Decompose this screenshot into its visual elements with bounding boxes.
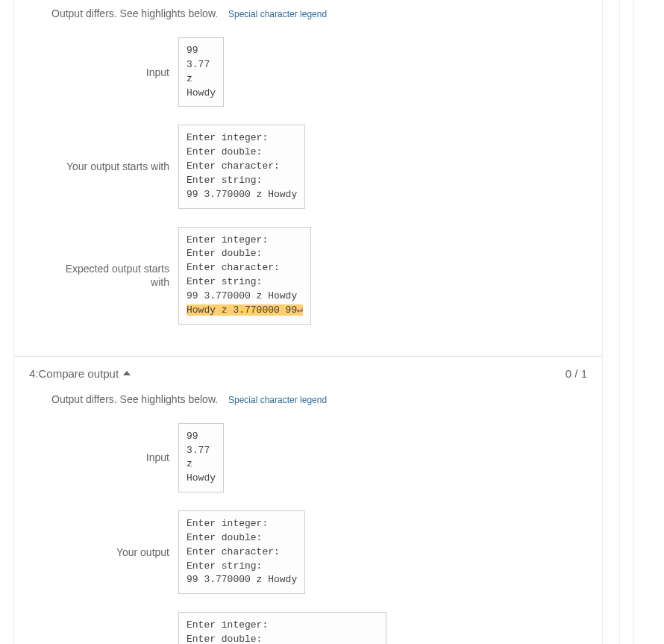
expected-output-text: Enter integer: Enter double: Enter chara… <box>187 619 378 644</box>
your-output-box: Enter integer: Enter double: Enter chara… <box>178 125 305 208</box>
expected-output-box: Enter integer: Enter double: Enter chara… <box>178 612 386 644</box>
section4-title: 4:Compare output <box>29 367 119 380</box>
chevron-up-icon <box>123 371 131 375</box>
your-output-row: Your output Enter integer: Enter double:… <box>51 510 587 594</box>
diff-message: Output differs. See highlights below. <box>51 7 218 19</box>
input-label: Input <box>51 423 178 493</box>
your-output-box: Enter integer: Enter double: Enter chara… <box>178 510 305 594</box>
input-text: 99 3.77 z Howdy <box>187 431 216 484</box>
expected-output-row: Expected output starts with Enter intege… <box>51 227 587 325</box>
expected-output-row: Expected output Enter integer: Enter dou… <box>51 612 587 644</box>
input-row: Input 99 3.77 z Howdy <box>51 37 587 107</box>
input-box: 99 3.77 z Howdy <box>178 423 224 493</box>
main-panel: Output differs. See highlights below. Sp… <box>13 0 603 644</box>
special-character-legend-link[interactable]: Special character legend <box>228 395 327 405</box>
special-character-legend-link[interactable]: Special character legend <box>228 9 327 19</box>
input-text: 99 3.77 z Howdy <box>187 45 216 99</box>
input-row: Input 99 3.77 z Howdy <box>51 423 587 493</box>
expected-output-label: Expected output starts with <box>51 227 178 325</box>
your-output-label: Your output starts with <box>51 125 178 208</box>
expected-output-text: Enter integer: Enter double: Enter chara… <box>187 234 303 316</box>
section4-toggle[interactable]: 4:Compare output <box>29 367 131 380</box>
your-output-text: Enter integer: Enter double: Enter chara… <box>187 132 297 199</box>
expected-output-box: Enter integer: Enter double: Enter chara… <box>178 227 311 325</box>
input-label: Input <box>51 37 178 107</box>
expected-output-label: Expected output <box>51 612 178 644</box>
section4-body: Output differs. See highlights below. Sp… <box>14 386 602 644</box>
section3-body: Output differs. See highlights below. Sp… <box>14 0 602 340</box>
section4-header: 4:Compare output 0 / 1 <box>14 357 602 386</box>
your-output-label: Your output <box>51 510 178 594</box>
your-output-text: Enter integer: Enter double: Enter chara… <box>187 518 297 585</box>
your-output-row: Your output starts with Enter integer: E… <box>51 125 587 208</box>
right-strip <box>619 0 634 644</box>
input-box: 99 3.77 z Howdy <box>178 37 224 107</box>
diff-message: Output differs. See highlights below. <box>51 393 218 405</box>
section4-score: 0 / 1 <box>566 367 587 380</box>
